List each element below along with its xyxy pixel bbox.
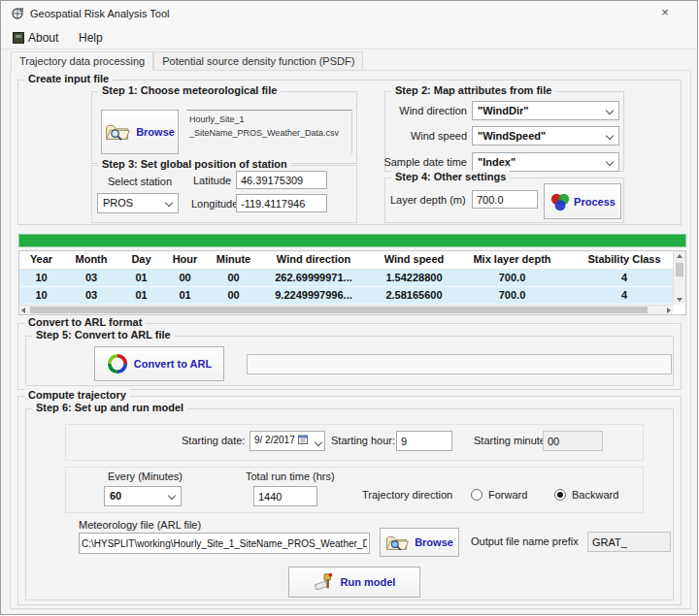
cell: 01: [119, 270, 163, 286]
sample-date-time-label: Sample date time: [382, 156, 467, 168]
cell: 4: [563, 287, 685, 304]
wind-direction-select[interactable]: "WindDir": [472, 101, 619, 120]
starting-hour-field[interactable]: [396, 431, 452, 451]
cell: 700.0: [461, 270, 563, 286]
chevron-down-icon: [606, 132, 614, 140]
cell: 03: [63, 270, 119, 286]
col-mix-layer-depth: Mix layer depth: [461, 251, 563, 269]
scroll-down-icon: [677, 298, 682, 302]
meteorology-file-label: Meteorology file (ARL file): [79, 519, 201, 531]
col-minute: Minute: [207, 251, 260, 269]
folder-search-icon: [385, 534, 409, 552]
cell: 4: [563, 270, 685, 286]
backward-radio[interactable]: [554, 489, 566, 501]
cell: 00: [207, 287, 260, 304]
convert-arl-title: Convert to ARL format: [24, 316, 146, 328]
tab-psdf[interactable]: Potential source density function (PSDF): [153, 51, 363, 71]
cell: 01: [119, 287, 163, 304]
step2-title: Step 2: Map attributes from file: [391, 84, 555, 96]
longitude-field[interactable]: [236, 194, 327, 212]
meteorology-file-field[interactable]: [79, 533, 370, 554]
wind-direction-value: "WindDir": [478, 105, 529, 116]
wind-speed-label: Wind speed: [389, 130, 467, 142]
col-year: Year: [19, 251, 63, 269]
step5-title: Step 5: Convert to ARL file: [32, 329, 175, 340]
met-file-name-display: Hourly_Site_1 _SiteName_PROS_Weather_Dat…: [186, 110, 352, 154]
layer-depth-field[interactable]: [472, 190, 538, 209]
starting-minute-field[interactable]: [543, 431, 603, 451]
col-day: Day: [119, 251, 163, 269]
trajectory-tab-page: Create input file Step 1: Choose meteoro…: [10, 70, 691, 609]
output-prefix-field[interactable]: [587, 532, 671, 552]
cell: 10: [19, 287, 63, 304]
app-icon: [12, 7, 24, 19]
latitude-label: Latitude: [193, 175, 231, 186]
starting-hour-label: Starting hour:: [331, 435, 395, 446]
output-prefix-label: Output file name prefix: [471, 535, 579, 547]
scroll-right-icon: [667, 308, 671, 313]
convert-to-arl-button[interactable]: Convert to ARL: [94, 346, 224, 381]
longitude-label: Longitude: [191, 198, 238, 210]
rgb-circles-icon: [549, 191, 571, 212]
col-wind-direction: Wind direction: [260, 251, 367, 269]
starting-date-value: 9/ 2/2017: [254, 435, 295, 445]
title-bar: Geospatial Risk Analysis Tool ×: [1, 1, 697, 26]
latitude-field[interactable]: [236, 171, 327, 189]
step1-title: Step 1: Choose meteorological file: [98, 84, 281, 96]
table-row[interactable]: 10 03 01 00 00 262.69999971... 1.5422880…: [19, 270, 685, 287]
scroll-left-icon: [21, 308, 25, 313]
met-file-name-line2: _SiteName_PROS_Weather_Data.csv: [189, 127, 350, 141]
cell: 9.2249997996...: [260, 287, 367, 304]
browse-met-file-button[interactable]: Browse: [101, 110, 179, 154]
cell: 00: [207, 270, 260, 286]
every-minutes-select[interactable]: 60: [104, 486, 182, 506]
cell: 10: [19, 270, 63, 286]
layer-depth-label: Layer depth (m): [390, 194, 466, 206]
cell: 262.69999971...: [260, 270, 367, 286]
col-stability-class: Stability Class: [563, 251, 685, 269]
wind-speed-value: "WindSpeed": [478, 130, 546, 142]
step6-title: Step 6: Set up and run model: [32, 402, 187, 413]
browse-met-file-label: Browse: [136, 126, 175, 138]
station-select[interactable]: PROS: [97, 193, 179, 213]
starting-date-picker[interactable]: 9/ 2/2017: [250, 431, 325, 451]
process-label: Process: [574, 196, 616, 208]
menu-bar: About Help: [1, 26, 697, 49]
total-run-time-field[interactable]: [253, 486, 317, 506]
col-month: Month: [63, 251, 119, 269]
backward-radio-label: Backward: [572, 489, 618, 501]
wind-speed-select[interactable]: "WindSpeed": [472, 126, 619, 146]
col-hour: Hour: [163, 251, 207, 269]
every-minutes-value: 60: [110, 490, 121, 502]
chevron-down-icon: [606, 107, 614, 114]
station-value: PROS: [103, 197, 133, 209]
app-window: Geospatial Risk Analysis Tool × About He…: [0, 0, 698, 615]
run-model-button[interactable]: Run model: [288, 567, 420, 598]
menu-about[interactable]: About: [28, 31, 58, 45]
starting-minute-label: Starting minute:: [474, 435, 549, 446]
table-vertical-scrollbar[interactable]: [673, 251, 685, 305]
select-station-label: Select station: [108, 176, 172, 187]
sample-date-time-value: "Index": [478, 156, 516, 168]
chevron-down-icon: [606, 158, 614, 166]
cell: 700.0: [461, 287, 563, 304]
close-button[interactable]: ×: [649, 1, 682, 25]
forward-radio-label: Forward: [488, 489, 527, 501]
hammer-tool-icon: [314, 571, 335, 593]
col-wind-speed: Wind speed: [367, 251, 461, 269]
cell: 01: [163, 287, 207, 304]
sample-date-time-select[interactable]: "Index": [472, 152, 619, 172]
table-row[interactable]: 10 03 01 01 00 9.2249997996... 2.5816560…: [19, 287, 685, 305]
forward-radio[interactable]: [471, 489, 483, 501]
about-menu-icon: [13, 32, 24, 44]
table-horizontal-scrollbar[interactable]: [19, 305, 673, 314]
convert-progress-bar: [247, 354, 672, 374]
menu-help[interactable]: Help: [79, 31, 103, 45]
browse-arl-file-button[interactable]: Browse: [380, 528, 459, 557]
process-button[interactable]: Process: [544, 183, 621, 219]
folder-search-icon: [105, 122, 130, 142]
scroll-up-icon: [677, 254, 682, 258]
cell: 03: [63, 287, 119, 304]
tab-trajectory-data-processing[interactable]: Trajectory data processing: [11, 51, 153, 71]
scrollbar-thumb: [30, 307, 648, 313]
